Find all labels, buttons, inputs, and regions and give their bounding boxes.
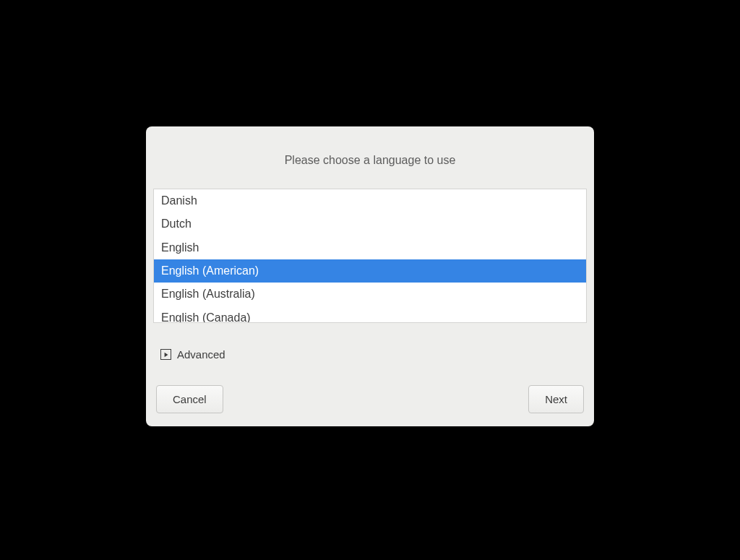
language-item[interactable]: Danish [154, 189, 586, 212]
advanced-label: Advanced [177, 348, 225, 361]
language-item[interactable]: English [154, 236, 586, 259]
language-item[interactable]: English (Australia) [154, 283, 586, 306]
cancel-button[interactable]: Cancel [156, 385, 223, 413]
language-item[interactable]: English (American) [154, 259, 586, 283]
next-button[interactable]: Next [528, 385, 584, 413]
advanced-toggle[interactable]: Advanced [160, 348, 225, 361]
language-item[interactable]: English (Canada) [154, 306, 586, 323]
language-item[interactable]: Dutch [154, 212, 586, 236]
language-dialog: Please choose a language to use DanishDu… [146, 126, 594, 427]
language-list[interactable]: DanishDutchEnglishEnglish (American)Engl… [153, 189, 587, 323]
triangle-right-icon [160, 349, 171, 360]
dialog-title: Please choose a language to use [160, 154, 580, 167]
dialog-header: Please choose a language to use [146, 126, 594, 189]
svg-marker-0 [164, 353, 168, 357]
button-bar: Cancel Next [146, 375, 594, 426]
advanced-section: Advanced [146, 323, 594, 376]
